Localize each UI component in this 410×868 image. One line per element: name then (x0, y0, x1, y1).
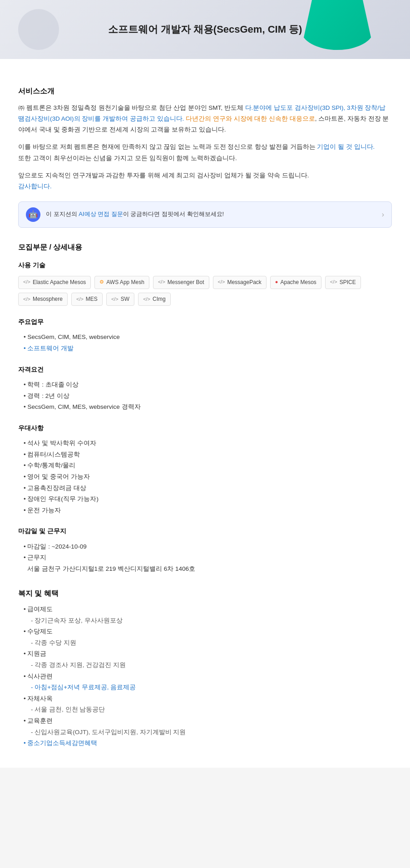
code-icon-6: </> (76, 295, 84, 304)
benefit-support-item-1: 각종 경조사 지원, 건강검진 지원 (18, 660, 392, 670)
tag-label-9: SW (121, 295, 129, 304)
pref-item-6: 장애인 우대(직무 가능자) (18, 494, 392, 504)
code-icon-7: </> (111, 295, 119, 304)
benefit-office-item-1: 서울 금천, 인천 남동공단 (18, 705, 392, 715)
ai-banner-text: 이 포지션의 AI예상 면접 질문이 궁금하다면 점핏에서 확인해보세요! (46, 210, 376, 219)
benefit-education-item-1: 신입사원교육(OJT), 도서구입비지원, 자기계발비 지원 (18, 727, 392, 737)
tag-messagepack: </> MessagePack (213, 276, 267, 289)
benefit-education-title: 교육훈련 (18, 716, 392, 726)
benefit-allowance-item-1: 각종 수당 지원 (18, 638, 392, 648)
deadline-item-1: 마감일 : ~2024-10-09 (18, 542, 392, 552)
tag-label-8: MES (86, 295, 98, 304)
benefit-meal-title: 식사관련 (18, 672, 392, 682)
pref-item-7: 운전 가능자 (18, 505, 392, 515)
deadline-title: 마감일 및 근무지 (18, 526, 392, 536)
code-icon-5: </> (23, 295, 30, 304)
header-banner: 소프트웨어 개발자 채용(SecsGem, CIM 등) (0, 0, 410, 59)
service-intro-title: 서비스소개 (18, 85, 392, 97)
qual-item-1: 학력 : 초대졸 이상 (18, 380, 392, 390)
tag-label-5: Apache Mesos (280, 278, 316, 287)
deadline-item-2: 근무지 (18, 553, 392, 563)
deadline-address: 서울 금천구 가산디지털1로 219 벡산디지털밸리 6차 1406호 (18, 564, 392, 574)
benefit-salary-item-1: 장기근속자 포상, 우사사원포상 (18, 616, 392, 626)
mesh-icon: ⚙ (99, 278, 104, 286)
ai-interview-link[interactable]: AI예상 면접 질문 (79, 211, 123, 217)
intro-text-1: ㈜ 펨트론은 3차원 정밀측정 원천기술을 바탕으로 첨단 산업 분야인 SMT… (18, 104, 245, 111)
benefit-allowance-title: 수당제도 (18, 627, 392, 637)
recruitment-title: 모집부문 / 상세내용 (18, 241, 392, 253)
pref-item-4: 영어 및 중국어 가능자 (18, 472, 392, 482)
skills-tags: </> Elastic Apache Mesos ⚙ AWS App Mesh … (18, 276, 392, 306)
tag-elastic-apache-mesos: </> Elastic Apache Mesos (18, 276, 91, 289)
tag-label-2: AWS App Mesh (106, 278, 144, 287)
benefit-support-title: 지원금 (18, 649, 392, 659)
tag-mesosphere: </> Mesosphere (18, 293, 68, 306)
intro-thanks: 감사합니다. (18, 183, 52, 190)
tag-label-6: SPICE (340, 278, 356, 287)
benefits-title: 복지 및 혜택 (18, 588, 392, 599)
ai-banner[interactable]: 🤖 이 포지션의 AI예상 면접 질문이 궁금하다면 점핏에서 확인해보세요! … (18, 201, 392, 228)
code-icon-4: </> (330, 278, 337, 286)
qualifications-title: 자격요건 (18, 364, 392, 374)
code-icon-2: </> (158, 278, 165, 286)
pref-item-3: 수학/통계학/물리 (18, 461, 392, 471)
benefit-meal-item-1: 아침+점심+저녁 무료제공, 음료제공 (18, 682, 392, 692)
pref-item-2: 컴퓨터/시스템공학 (18, 450, 392, 460)
skills-title: 사용 기술 (18, 260, 392, 270)
benefit-salary-title: 급여제도 (18, 604, 392, 614)
duty-item-1: SecsGem, CIM, MES, webservice (18, 332, 392, 342)
pref-item-1: 석사 및 박사학위 수여자 (18, 438, 392, 448)
code-icon-3: </> (218, 278, 225, 286)
tag-label-3: Messenger Bot (168, 278, 204, 287)
apache-mesos-icon: ● (275, 278, 278, 286)
page-title: 소프트웨어 개발자 채용(SecsGem, CIM 등) (27, 21, 383, 37)
intro-paragraph-3: 앞으로도 지속적인 연구개발과 과감한 투자를 위해 세계 최고의 검사장비 업… (18, 170, 392, 192)
pref-item-5: 고용촉진장려금 대상 (18, 483, 392, 493)
page-wrapper: 소프트웨어 개발자 채용(SecsGem, CIM 등) 서비스소개 ㈜ 펨트론… (0, 0, 410, 768)
tag-spice: </> SPICE (325, 276, 361, 289)
tag-label-4: MessagePack (227, 278, 261, 287)
code-icon-8: </> (143, 295, 150, 304)
duty-item-2[interactable]: 소프트웨어 개발 (18, 343, 392, 353)
chevron-right-icon: › (382, 209, 384, 221)
code-icon-1: </> (23, 278, 30, 286)
tag-cimg: </> CImg (138, 293, 171, 306)
intro-paragraph-1: ㈜ 펨트론은 3차원 정밀측정 원천기술을 바탕으로 첨단 산업 분야인 SMT… (18, 103, 392, 136)
qual-item-2: 경력 : 2년 이상 (18, 391, 392, 401)
tag-label-7: Mesosphere (33, 295, 63, 304)
tag-aws-app-mesh: ⚙ AWS App Mesh (94, 276, 149, 289)
tag-mes: </> MES (71, 293, 103, 306)
preferred-title: 우대사항 (18, 423, 392, 433)
ai-banner-icon: 🤖 (26, 207, 40, 222)
tag-label-1: Elastic Apache Mesos (33, 278, 86, 287)
benefit-office-title: 자체사옥 (18, 694, 392, 704)
main-content: 서비스소개 ㈜ 펨트론은 3차원 정밀측정 원천기술을 바탕으로 첨단 산업 분… (0, 59, 410, 768)
tag-apache-mesos: ● Apache Mesos (270, 276, 321, 289)
intro-highlight-3: 기업이 될 것 입니다. (317, 143, 375, 150)
intro-highlight-2: 다년간의 연구와 시장에 대한 신속한 대응으로 (186, 115, 315, 122)
tag-sw: </> SW (106, 293, 134, 306)
intro-paragraph-2: 이를 바탕으로 저희 펨트론은 현재에 만족하지 않고 끊임 없는 노력과 도전… (18, 142, 392, 164)
main-duties-title: 주요업무 (18, 317, 392, 327)
qual-item-3: SecsGem, CIM, MES, webservice 경력자 (18, 402, 392, 412)
tag-label-10: CImg (153, 295, 166, 304)
tag-messenger-bot: </> Messenger Bot (153, 276, 209, 289)
benefit-tax-item[interactable]: 중소기업소득세감면혜택 (18, 738, 392, 748)
